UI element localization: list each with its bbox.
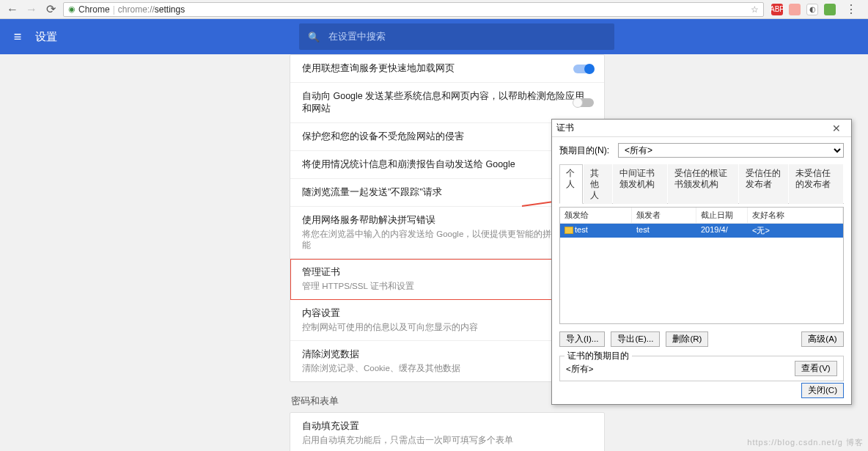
extension-icons: ABP ◐ ⋮	[767, 1, 865, 18]
settings-search[interactable]: 🔍 在设置中搜索	[299, 23, 614, 50]
menu-icon[interactable]: ⋮	[842, 1, 861, 18]
settings-row[interactable]: 自动向 Google 发送某些系统信息和网页内容，以帮助检测危险应用和网站	[290, 83, 604, 123]
cert-tabs: 个人其他人中间证书颁发机构受信任的根证书颁发机构受信任的发布者未受信任的发布者	[559, 164, 844, 204]
certificate-dialog: 证书 ✕ 预期目的(N): <所有> 个人其他人中间证书颁发机构受信任的根证书颁…	[551, 119, 852, 405]
close-icon[interactable]: ✕	[826, 122, 847, 134]
cert-tab[interactable]: 个人	[559, 164, 583, 204]
address-bar[interactable]: ◉ Chrome | chrome://settings ☆	[63, 2, 764, 17]
cert-tab[interactable]: 未受信任的发布者	[789, 164, 843, 204]
delete-button[interactable]: 删除(R)	[666, 331, 708, 347]
cert-tab[interactable]: 受信任的发布者	[739, 164, 788, 204]
dialog-titlebar: 证书 ✕	[552, 120, 851, 137]
cert-tab[interactable]: 其他人	[584, 164, 612, 204]
toggle[interactable]	[573, 98, 594, 107]
cert-icon	[564, 227, 573, 234]
menu-toggle[interactable]: ≡	[0, 29, 35, 45]
abp-icon[interactable]: ABP	[771, 4, 783, 15]
ext-icon-3[interactable]: ◐	[806, 4, 818, 15]
url-text: chrome://settings	[118, 4, 185, 15]
search-placeholder: 在设置中搜索	[328, 30, 386, 43]
ext-icon-4[interactable]	[824, 4, 836, 15]
cert-row-selected[interactable]: test test 2019/4/ <无>	[560, 224, 843, 238]
page-title: 设置	[35, 30, 57, 44]
watermark: https://blog.csdn.net/g 博客	[747, 437, 864, 448]
close-button[interactable]: 关闭(C)	[801, 383, 844, 398]
search-icon: 🔍	[308, 32, 320, 43]
cert-list-header: 颁发给 颁发者 截止日期 友好名称	[560, 208, 843, 224]
purpose-label: 预期目的(N):	[559, 144, 618, 157]
forward-button[interactable]: →	[22, 1, 41, 18]
purpose-frame: 证书的预期目的 <所有> 查看(V)	[559, 356, 844, 381]
purpose-frame-title: 证书的预期目的	[564, 351, 632, 362]
star-icon[interactable]: ☆	[751, 4, 759, 15]
cert-tab[interactable]: 受信任的根证书颁发机构	[668, 164, 738, 204]
toggle[interactable]	[573, 65, 594, 73]
import-button[interactable]: 导入(I)...	[559, 331, 605, 347]
settings-header: ≡ 设置 🔍 在设置中搜索	[0, 19, 868, 54]
passwords-card: 自动填充设置启用自动填充功能后，只需点击一次即可填写多个表单管理密码询问是否保存…	[290, 412, 605, 451]
purpose-select[interactable]: <所有>	[618, 143, 844, 158]
dialog-title: 证书	[556, 122, 574, 134]
settings-row[interactable]: 自动填充设置启用自动填充功能后，只需点击一次即可填写多个表单	[290, 413, 604, 451]
cert-tab[interactable]: 中间证书颁发机构	[613, 164, 667, 204]
security-icon: ◉	[68, 4, 76, 14]
security-label: Chrome	[78, 4, 110, 15]
advanced-button[interactable]: 高级(A)	[801, 331, 844, 347]
browser-toolbar: ← → ⟳ ◉ Chrome | chrome://settings ☆ ABP…	[0, 0, 868, 19]
export-button[interactable]: 导出(E)...	[611, 331, 660, 347]
back-button[interactable]: ←	[3, 1, 22, 18]
ext-icon-2[interactable]	[789, 4, 801, 15]
settings-row[interactable]: 使用联想查询服务更快速地加载网页	[290, 55, 604, 83]
reload-button[interactable]: ⟳	[41, 1, 60, 18]
view-button[interactable]: 查看(V)	[795, 361, 837, 376]
cert-list: 颁发给 颁发者 截止日期 友好名称 test test 2019/4/ <无>	[559, 207, 844, 324]
